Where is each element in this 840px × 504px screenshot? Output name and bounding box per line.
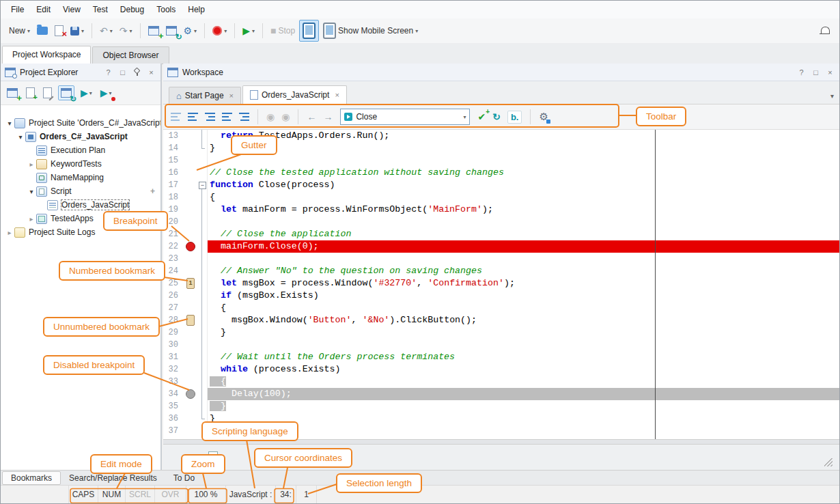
code-line[interactable]: 33 { [163,376,839,388]
options-button[interactable]: ⚙ ▾ [181,24,200,38]
tree-item-keyword-tests[interactable]: ▸KeywordTests [1,157,160,171]
menu-item-help[interactable]: Help [182,2,211,17]
menu-item-test[interactable]: Test [87,2,114,17]
refresh-button[interactable]: ↻ [490,110,503,124]
tree-item-name-mapping[interactable]: NameMapping [1,171,160,184]
gutter-cell[interactable] [184,339,197,351]
breakpoint-icon[interactable] [186,242,195,251]
code-line[interactable]: 30 [163,339,839,351]
maximize-icon[interactable]: □ [117,68,128,76]
gutter-cell[interactable] [184,302,197,314]
gutter-cell[interactable] [184,167,197,179]
code-line[interactable]: 31 // Wait until the Orders process term… [163,351,839,363]
gutter-cell[interactable] [184,253,197,265]
tab-bookmarks[interactable]: Bookmarks [2,471,61,485]
close-icon[interactable]: × [146,68,156,76]
tab-project-workspace[interactable]: Project Workspace [2,46,91,64]
tree-item-script[interactable]: ▾Script+ [1,184,160,198]
add-new-item-button[interactable]: + [145,24,162,38]
close-icon[interactable]: × [229,92,234,100]
gutter-cell[interactable] [184,228,197,240]
beautify-button[interactable]: b. [505,109,524,126]
code-line[interactable]: 32 while (process.Exists) [163,363,839,376]
add-icon[interactable]: + [150,186,155,196]
disabled-breakpoint-icon[interactable] [186,389,195,399]
outdent-button[interactable] [237,111,251,123]
stop-button[interactable]: ■ Stop [268,24,298,38]
tree-item-suite[interactable]: ▾Project Suite 'Orders_C#_JavaScript' (1 [1,116,160,130]
code-line[interactable]: 251 let msgBox = process.Window('#32770'… [163,277,839,290]
code-line[interactable]: 29 } [163,326,839,339]
close-file-button[interactable] [52,23,66,38]
code-line[interactable]: 28 msgBox.Window('Button', '&No').ClickB… [163,314,839,326]
code-line[interactable]: 18{ [163,191,839,204]
run-with-debug-button[interactable]: ▶ ▾ [98,86,114,100]
open-button[interactable] [34,25,51,37]
format-button[interactable] [169,111,183,123]
editor-options-button[interactable]: ⚙ [537,109,550,125]
fold-column[interactable] [197,179,208,191]
code-line[interactable]: 24 // Answer "No" to the question on sav… [163,265,839,277]
menu-item-tools[interactable]: Tools [150,2,182,17]
gutter-cell[interactable] [184,130,197,142]
code-line[interactable]: 34 Delay(100); [163,388,839,400]
edit-file-button[interactable] [41,85,54,100]
indent-button[interactable] [220,111,234,123]
menu-item-debug[interactable]: Debug [114,2,150,17]
gutter-cell[interactable] [184,425,197,437]
gutter-cell[interactable] [184,216,197,228]
help-icon[interactable]: ? [796,68,807,76]
gutter-cell[interactable] [184,290,197,302]
add-new-item-button[interactable]: + [5,86,20,100]
routine-combo[interactable]: Close ▾ [340,109,470,125]
run-project-button[interactable]: ▶ ▾ [79,86,94,100]
tab-list-chevron-icon[interactable]: ▾ [830,92,834,100]
tree-item-unit[interactable]: Orders_JavaScript [1,198,160,212]
menu-item-view[interactable]: View [57,2,87,17]
notifications-bell-icon[interactable] [820,27,830,36]
record-button[interactable]: ▾ [210,24,229,38]
gutter-cell[interactable] [184,351,197,363]
expander-icon[interactable]: ▾ [16,133,25,141]
update-project-button[interactable]: ↻ [163,24,180,38]
code-line[interactable]: 23 [163,253,839,265]
gutter-cell[interactable] [184,154,197,167]
close-icon[interactable]: × [825,68,835,76]
tree-item-execution-plan[interactable]: Execution Plan [1,143,160,157]
gutter-cell[interactable] [184,400,197,412]
expander-icon[interactable]: ▸ [27,160,36,168]
spy-button[interactable]: ◉ [264,110,277,124]
expander-icon[interactable]: ▸ [27,215,36,223]
gutter-cell[interactable] [184,314,197,326]
code-line[interactable]: 20 [163,216,839,228]
gutter-cell[interactable] [184,142,197,154]
run-button[interactable]: ▶ ▾ [240,24,257,38]
gutter-cell[interactable] [184,179,197,191]
menu-item-file[interactable]: File [5,2,30,17]
gutter-cell[interactable] [184,326,197,339]
spy-alt-button[interactable]: ◉ [279,110,292,124]
code-line[interactable]: 35 } [163,400,839,412]
menu-item-edit[interactable]: Edit [30,2,57,17]
code-line[interactable]: 26 if (msgBox.Exists) [163,290,839,302]
gutter-cell[interactable] [184,412,197,425]
gutter-cell[interactable] [184,265,197,277]
help-icon[interactable]: ? [103,68,113,76]
code-editor[interactable]: 13 return TestedApps.Orders.Run();14}151… [163,130,839,439]
gutter-cell[interactable] [184,191,197,204]
navigate-forward-button[interactable]: → [321,110,335,124]
undo-button[interactable]: ↶ ▾ [97,24,115,38]
code-line[interactable]: 22 mainForm.Close(0); [163,240,839,253]
gutter-cell[interactable] [184,388,197,400]
navigate-back-button[interactable]: ← [305,110,318,124]
mobile-screen-toggle[interactable] [299,20,319,42]
comment-button[interactable] [186,111,200,123]
resize-grip[interactable] [824,458,832,466]
close-icon[interactable]: × [335,91,339,99]
tab-object-browser[interactable]: Object Browser [92,46,169,64]
expander-icon[interactable]: ▾ [27,188,36,195]
tree-item-project[interactable]: ▾Orders_C#_JavaScript [1,130,160,143]
gutter-cell[interactable] [184,204,197,216]
code-line[interactable]: 27 { [163,302,839,314]
gutter-cell[interactable] [184,363,197,376]
